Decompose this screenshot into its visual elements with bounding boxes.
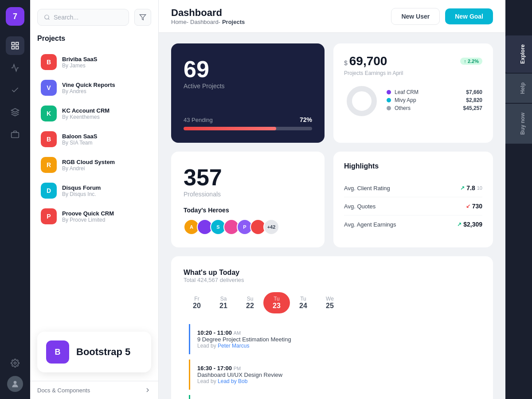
breadcrumb-dashboard: Dashboard- <box>190 19 220 25</box>
new-goal-button[interactable]: New Goal <box>445 8 493 24</box>
day-num-0: 20 <box>193 302 201 310</box>
day-num-5: 25 <box>326 302 334 310</box>
search-row <box>37 9 151 26</box>
row-2: 357 Professionals Today's Heroes ASP+42 … <box>171 152 493 247</box>
nav-icon-chart[interactable] <box>6 59 24 77</box>
event-body-1: 16:30 - 17:00 PM Dashboard UI/UX Design … <box>197 365 282 384</box>
nav-icon-grid[interactable] <box>6 36 24 55</box>
svg-rect-5 <box>12 133 19 138</box>
nav-icon-check[interactable] <box>6 81 24 99</box>
project-name-disqus: Disqus Forum <box>62 184 101 191</box>
svg-rect-2 <box>12 47 15 49</box>
nav-avatar[interactable]: 7 <box>6 7 24 26</box>
event-lead-0: Lead by Peter Marcus <box>197 343 291 349</box>
project-name-proove: Proove Quick CRM <box>62 210 114 217</box>
day-name-5: We <box>326 296 334 302</box>
nav-icon-layers[interactable] <box>6 103 24 121</box>
explore-tab[interactable]: Explore <box>505 35 532 73</box>
search-bar[interactable] <box>37 9 129 26</box>
calendar-header: What's up Today Total 424,567 deliveries <box>184 269 481 283</box>
header-actions: New User New Goal <box>391 8 493 25</box>
cal-day-25[interactable]: We 25 <box>317 292 343 313</box>
project-item-disqus[interactable]: D Disqus Forum By Disqus Inc. <box>37 178 151 203</box>
highlight-label-1: Avg. Quotes <box>344 203 376 210</box>
search-wrapper <box>37 9 129 26</box>
project-author-vine: By Andres <box>62 88 115 94</box>
project-logo-kc: K <box>41 106 57 121</box>
professionals-label: Professionals <box>184 191 312 198</box>
project-info-rgb: RGB Cloud System By Andrei <box>62 159 115 172</box>
svg-point-6 <box>14 362 16 364</box>
highlights-list: Avg. Client Rating ↗ 7.8 10 Avg. Quotes … <box>344 179 482 233</box>
project-item-proove[interactable]: P Proove Quick CRM By Proove Limited <box>37 204 151 229</box>
project-author-baloon: By SIA Team <box>62 140 97 146</box>
event-period-0: AM <box>234 330 241 336</box>
highlight-item-1: Avg. Quotes ↙ 730 <box>344 197 482 215</box>
user-avatar[interactable] <box>7 376 23 392</box>
help-tab[interactable]: Help <box>505 74 532 103</box>
highlight-value-2: ↗ $2,309 <box>457 221 482 228</box>
project-item-baloon[interactable]: B Baloon SaaS By SIA Team <box>37 127 151 152</box>
day-name-1: Sa <box>220 296 227 302</box>
svg-point-8 <box>45 15 49 19</box>
legend-leaf: Leaf CRM $7,660 <box>387 89 482 95</box>
project-logo-proove: P <box>41 208 57 224</box>
project-logo-baloon: B <box>41 131 57 147</box>
professionals-card: 357 Professionals Today's Heroes ASP+42 <box>171 152 325 247</box>
pending-row: 43 Pending 72% <box>184 116 312 123</box>
earnings-card: $ 69,700 ↑ 2.2% Projects Earnings in Apr… <box>333 43 493 143</box>
highlight-value-1: ↙ 730 <box>466 203 482 210</box>
bootstrap-card[interactable]: B Bootstrap 5 <box>37 332 151 372</box>
cal-day-21[interactable]: Sa 21 <box>210 292 237 313</box>
highlight-value-0: ↗ 7.8 10 <box>460 184 482 192</box>
arrow-down-icon: ↙ <box>466 203 470 209</box>
nav-icon-settings[interactable] <box>6 354 24 372</box>
cal-day-22[interactable]: Su 22 <box>237 292 263 313</box>
day-name-4: Tu <box>300 296 306 302</box>
project-item-kc[interactable]: K KC Account CRM By Keenthemes <box>37 101 151 126</box>
event-item-0: 10:20 - 11:00 AM 9 Degree Project Estima… <box>189 324 481 354</box>
event-lead-link-0[interactable]: Peter Marcus <box>218 343 249 349</box>
filter-button[interactable] <box>134 9 151 26</box>
page-title: Dashboard <box>171 7 245 19</box>
new-user-button[interactable]: New User <box>391 8 440 25</box>
day-name-0: Fr <box>194 296 199 302</box>
arrow-up-icon: ↗ <box>457 221 462 227</box>
buy-now-tab[interactable]: Buy now <box>505 104 532 144</box>
svg-marker-10 <box>140 15 145 20</box>
event-lead-link-1[interactable]: Lead by Bob <box>218 378 247 384</box>
event-period-1: PM <box>234 366 241 371</box>
project-author-proove: By Proove Limited <box>62 217 114 223</box>
svg-rect-3 <box>16 47 19 49</box>
project-author-briviba: By James <box>62 63 98 69</box>
legend-dot-others <box>387 106 391 110</box>
breadcrumb: Home- Dashboard- Projects <box>171 19 245 25</box>
project-author-disqus: By Disqus Inc. <box>62 191 101 197</box>
main-body: 69 Active Projects 43 Pending 72% $ 69,7… <box>159 33 505 399</box>
progress-bar-fill <box>184 127 276 130</box>
breadcrumb-home: Home- <box>171 19 188 25</box>
pending-label: 43 Pending <box>184 117 213 123</box>
svg-line-9 <box>48 19 50 20</box>
cal-day-20[interactable]: Fr 20 <box>184 292 210 313</box>
calendar-days: Fr 20 Sa 21 Su 22 Tu 23 Tu 24 We 25 <box>184 292 481 313</box>
day-num-4: 24 <box>299 302 307 310</box>
project-item-vine[interactable]: V Vine Quick Reports By Andres <box>37 75 151 100</box>
legend-label-leaf: Leaf CRM <box>395 89 419 95</box>
earnings-amount: $ 69,700 <box>344 54 387 68</box>
highlight-item-0: Avg. Client Rating ↗ 7.8 10 <box>344 179 482 197</box>
project-author-kc: By Keenthemes <box>62 114 110 120</box>
legend-amount-others: $45,257 <box>463 105 482 111</box>
active-projects-number: 69 <box>184 56 312 82</box>
cal-day-24[interactable]: Tu 24 <box>290 292 317 313</box>
cal-day-23[interactable]: Tu 23 <box>263 292 290 313</box>
search-input[interactable] <box>54 14 122 21</box>
project-info-vine: Vine Quick Reports By Andres <box>62 82 115 94</box>
nav-icon-briefcase[interactable] <box>6 125 24 144</box>
legend-dot-leaf <box>387 90 391 94</box>
project-item-rgb[interactable]: R RGB Cloud System By Andrei <box>37 153 151 177</box>
sidebar-footer-text: Docs & Components <box>37 387 90 394</box>
project-item-briviba[interactable]: B Briviba SaaS By James <box>37 50 151 74</box>
left-nav: 7 <box>0 0 30 399</box>
project-info-disqus: Disqus Forum By Disqus Inc. <box>62 184 101 197</box>
